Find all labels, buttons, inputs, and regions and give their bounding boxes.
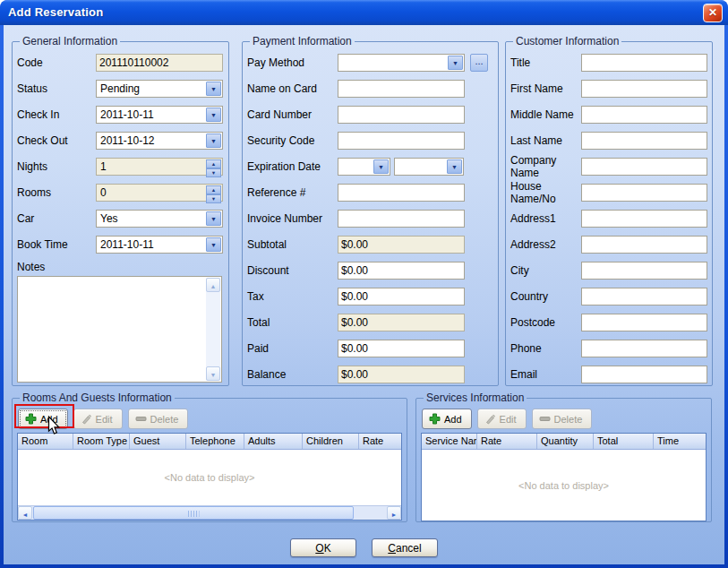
expiration-year-chevron-down-icon[interactable]: ▼	[447, 159, 462, 174]
rooms-scrollbar-track[interactable]	[354, 506, 387, 520]
cancel-button[interactable]: Cancel	[372, 538, 438, 557]
subtotal-label: Subtotal	[247, 238, 338, 251]
column-header-adults[interactable]: Adults	[244, 434, 303, 449]
house-name-field[interactable]	[581, 184, 707, 202]
column-header-quantity[interactable]: Quantity	[537, 434, 594, 449]
reference-field[interactable]	[338, 184, 465, 202]
add-plus-icon	[429, 413, 441, 425]
scroll-left-icon: ◄	[22, 512, 29, 518]
address2-label: Address2	[510, 238, 581, 251]
nights-spin-up-icon[interactable]: ▲	[206, 159, 221, 168]
pay-method-chevron-down-icon[interactable]: ▼	[448, 56, 463, 70]
column-header-rate[interactable]: Rate	[359, 434, 401, 449]
rooms-scrollbar-thumb[interactable]	[33, 506, 354, 520]
postcode-field[interactable]	[581, 314, 707, 331]
phone-field[interactable]	[581, 340, 707, 357]
country-field[interactable]	[581, 288, 707, 306]
column-header-total[interactable]: Total	[594, 434, 654, 449]
notes-scrollbar[interactable]: ▲ ▼	[206, 278, 220, 381]
nights-label: Nights	[17, 160, 96, 173]
field-row-country: Country	[510, 283, 707, 309]
car-value: Yes	[100, 212, 118, 225]
book-time-chevron-down-icon[interactable]: ▼	[206, 237, 221, 252]
close-icon: ✕	[708, 6, 717, 19]
titlebar[interactable]: Add Reservation ✕	[0, 0, 728, 25]
nights-spin-down-icon[interactable]: ▼	[206, 168, 221, 177]
expiration-month-chevron-down-icon[interactable]: ▼	[373, 159, 389, 174]
rooms-scroll-right-button[interactable]: ►	[387, 506, 401, 520]
services-toolbar: Add Edit Delete	[422, 409, 707, 429]
car-combobox[interactable]: Yes ▼	[96, 210, 223, 228]
rooms-scroll-left-button[interactable]: ◄	[18, 506, 32, 520]
rooms-value: 0	[100, 186, 107, 199]
ok-button[interactable]: OK	[290, 538, 356, 557]
address2-field[interactable]	[581, 236, 707, 254]
rooms-toolbar: Add Edit Delete	[18, 409, 402, 429]
column-header-service-name[interactable]: Service Nam	[422, 434, 477, 449]
address1-field[interactable]	[581, 210, 707, 228]
name-on-card-field[interactable]	[338, 80, 465, 98]
check-in-label: Check In	[17, 108, 96, 121]
rooms-spin-up-icon[interactable]: ▲	[206, 185, 221, 194]
invoice-number-field[interactable]	[338, 210, 465, 228]
title-field[interactable]	[581, 54, 707, 72]
column-header-rate[interactable]: Rate	[477, 434, 537, 449]
country-label: Country	[510, 290, 581, 303]
paid-field[interactable]	[338, 340, 465, 357]
rooms-spin-down-icon[interactable]: ▼	[206, 194, 221, 203]
rooms-add-button[interactable]: Add	[18, 409, 68, 429]
column-header-time[interactable]: Time	[654, 434, 706, 449]
company-name-field[interactable]	[581, 158, 707, 176]
dialog-client-area: General Information Code Status Pending …	[4, 25, 724, 564]
rooms-grid-body: <No data to display>	[18, 450, 401, 505]
house-name-label: House Name/No	[510, 180, 581, 205]
column-header-room[interactable]: Room	[18, 434, 73, 449]
column-header-guest[interactable]: Guest	[130, 434, 186, 449]
expiration-month-combobox[interactable]: ▼	[338, 158, 390, 176]
email-label: Email	[510, 368, 581, 381]
expiration-year-combobox[interactable]: ▼	[394, 158, 464, 176]
email-field[interactable]	[581, 366, 707, 383]
column-header-room-type[interactable]: Room Type	[73, 434, 130, 449]
pay-method-browse-button[interactable]: ...	[470, 54, 488, 72]
status-combobox[interactable]: Pending ▼	[96, 80, 223, 98]
field-row-status: Status Pending ▼	[17, 75, 224, 101]
check-in-datepicker[interactable]: 2011-10-11 ▼	[96, 106, 223, 124]
status-chevron-down-icon[interactable]: ▼	[206, 82, 221, 96]
last-name-field[interactable]	[581, 132, 707, 150]
card-number-field[interactable]	[338, 106, 465, 124]
field-row-pay-method: Pay Method ▼ ...	[247, 49, 493, 75]
add-plus-icon	[25, 413, 37, 425]
city-field[interactable]	[581, 262, 707, 280]
car-chevron-down-icon[interactable]: ▼	[206, 211, 221, 226]
code-label: Code	[17, 56, 96, 69]
field-row-paid: Paid	[247, 335, 493, 361]
first-name-field[interactable]	[581, 80, 707, 98]
discount-field[interactable]	[338, 262, 465, 280]
book-time-datepicker[interactable]: 2011-10-11 ▼	[96, 236, 223, 254]
subtotal-field	[338, 236, 465, 254]
group-rooms-legend: Rooms And Guests Information	[20, 392, 175, 404]
field-row-security-code: Security Code	[247, 127, 493, 153]
notes-scroll-down-button[interactable]: ▼	[206, 366, 220, 381]
check-out-chevron-down-icon[interactable]: ▼	[206, 133, 221, 148]
notes-textarea[interactable]: ▲ ▼	[17, 276, 222, 383]
rooms-horizontal-scrollbar[interactable]: ◄ ►	[18, 505, 401, 520]
check-out-datepicker[interactable]: 2011-10-12 ▼	[96, 132, 223, 150]
services-grid: Service Nam Rate Quantity Total Time <No…	[421, 433, 707, 521]
close-button[interactable]: ✕	[703, 4, 723, 22]
column-header-telephone[interactable]: Telephone	[186, 434, 244, 449]
services-add-button[interactable]: Add	[422, 409, 472, 429]
security-code-field[interactable]	[338, 132, 465, 150]
scroll-right-icon: ►	[391, 512, 398, 518]
tax-field[interactable]	[338, 288, 465, 306]
notes-scroll-up-button[interactable]: ▲	[206, 278, 220, 292]
check-in-chevron-down-icon[interactable]: ▼	[206, 108, 221, 122]
column-header-children[interactable]: Children	[303, 434, 359, 449]
field-row-first-name: First Name	[510, 75, 707, 101]
rooms-add-label: Add	[40, 414, 58, 425]
pay-method-combobox[interactable]: ▼	[338, 54, 465, 72]
expiration-date-label: Expiration Date	[247, 160, 338, 173]
group-payment-information: Payment Information Pay Method ▼ ... Nam…	[242, 35, 499, 386]
middle-name-field[interactable]	[581, 106, 707, 124]
